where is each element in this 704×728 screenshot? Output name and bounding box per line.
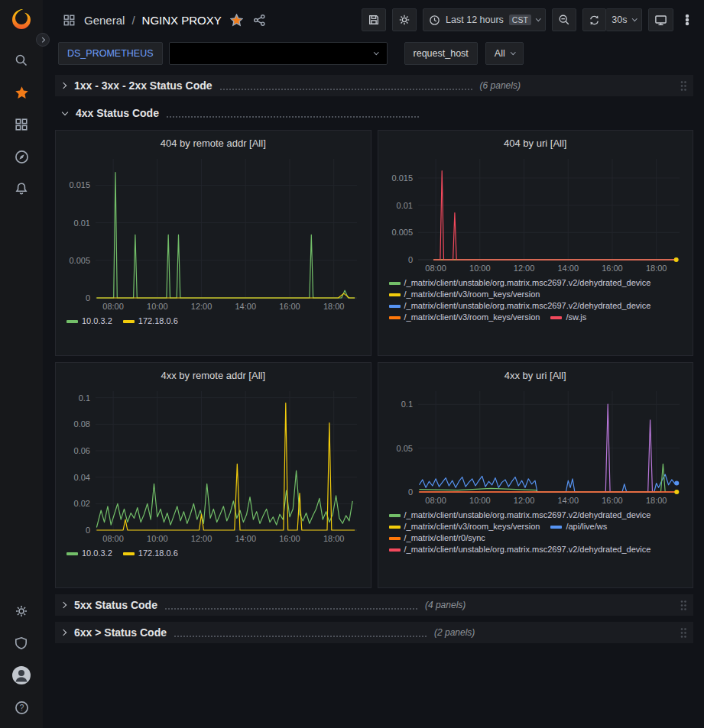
svg-text:0.015: 0.015 [69,180,90,189]
zoom-out-time-button[interactable] [552,8,576,31]
svg-text:12:00: 12:00 [191,302,212,311]
row-header-4xx[interactable]: 4xx Status Code [55,102,693,124]
row-header-5xx[interactable]: 5xx Status Code (4 panels) [55,594,693,616]
svg-text:14:00: 14:00 [557,264,579,273]
svg-text:12:00: 12:00 [191,534,212,543]
bell-icon[interactable] [5,173,38,205]
legend-item[interactable]: /_matrix/client/unstable/org.matrix.msc2… [389,278,651,287]
legend-swatch-icon [123,552,135,555]
legend-item[interactable]: /_matrix/client/v3/room_keys/version [389,290,540,299]
chevron-down-icon [536,16,540,21]
svg-text:0.005: 0.005 [69,256,90,265]
svg-text:08:00: 08:00 [425,264,446,273]
panel-title[interactable]: 404 by uri [All] [384,134,687,151]
legend-item[interactable]: 172.18.0.6 [123,316,178,325]
drag-handle-icon[interactable] [680,600,687,611]
chart-legend: /_matrix/client/unstable/org.matrix.msc2… [384,507,687,583]
share-icon[interactable] [251,14,268,27]
timezone-badge: CST [509,15,531,25]
favorite-star-icon[interactable] [229,14,245,27]
panel-title[interactable]: 404 by remote addr [All] [62,134,365,151]
refresh-button[interactable] [582,8,606,31]
legend-item[interactable]: /_matrix/client/unstable/org.matrix.msc2… [389,301,651,310]
gear-icon[interactable] [5,595,38,627]
shield-icon[interactable] [5,627,38,659]
chart-legend: 10.0.3.2172.18.0.6 [62,313,365,351]
compass-icon[interactable] [5,141,38,173]
legend-item[interactable]: /_matrix/client/unstable/org.matrix.msc2… [389,510,651,519]
chart-404-by-remote-addr[interactable]: 08:0010:0012:0014:0016:0018:0000.0050.01… [62,151,365,313]
chart-legend: /_matrix/client/unstable/org.matrix.msc2… [384,275,687,351]
svg-text:0: 0 [407,255,412,264]
dashboards-grid-icon[interactable] [5,108,38,141]
help-icon[interactable]: ? [5,691,38,723]
time-range-picker[interactable]: Last 12 hours CST [423,8,546,31]
chevron-right-icon [40,37,44,42]
legend-swatch-icon [67,320,78,323]
panel-title[interactable]: 4xx by uri [All] [384,366,687,383]
svg-text:14:00: 14:00 [235,302,256,311]
datasource-value-dropdown[interactable] [169,42,388,65]
search-icon[interactable] [5,44,38,76]
time-range-label: Last 12 hours [446,15,504,25]
legend-swatch-icon [389,537,401,540]
svg-text:16:00: 16:00 [279,302,300,311]
avatar[interactable] [5,659,38,691]
legend-item[interactable]: /_matrix/client/unstable/org.matrix.msc2… [389,545,651,554]
drag-handle-icon[interactable] [680,80,687,92]
save-dashboard-button[interactable] [362,8,386,31]
chart-4xx-by-remote-addr[interactable]: 08:0010:0012:0014:0016:0018:0000.020.040… [62,383,365,545]
chevron-down-icon [511,50,515,54]
legend-label: 172.18.0.6 [138,316,178,325]
legend-label: 10.0.3.2 [82,548,112,558]
clock-icon [429,15,440,26]
refresh-group: 30s [582,8,642,31]
chevron-down-icon [62,108,68,115]
legend-item[interactable]: /api/live/ws [550,522,607,531]
more-options-button[interactable] [680,8,695,31]
refresh-interval-select[interactable]: 30s [606,8,642,31]
panel-404-by-remote-addr: 404 by remote addr [All] 08:0010:0012:00… [55,130,371,356]
row-dotted-leader [167,109,419,118]
cycle-view-mode-button[interactable] [648,8,673,31]
svg-text:16:00: 16:00 [602,264,623,273]
legend-label: /_matrix/client/unstable/org.matrix.msc2… [404,278,651,287]
legend-item[interactable]: /_matrix/client/r0/sync [389,533,485,542]
row-dotted-leader [220,82,472,90]
topbar-actions: Last 12 hours CST 30s [362,8,695,31]
row-header-6xx[interactable]: 6xx > Status Code (2 panels) [55,622,693,643]
drag-handle-icon[interactable] [680,627,687,639]
svg-text:0.01: 0.01 [74,218,90,228]
svg-text:0: 0 [86,293,90,303]
chart-4xx-by-uri[interactable]: 08:0010:0012:0014:0016:0018:0000.050.1 [384,383,687,507]
request-host-value-dropdown[interactable]: All [485,42,524,65]
legend-label: /api/live/ws [566,522,607,531]
legend-item[interactable]: /_matrix/client/v3/room_keys/version [389,312,540,322]
legend-item[interactable]: /_matrix/client/v3/room_keys/version [389,522,540,531]
row-header-1xx-3xx-2xx[interactable]: 1xx - 3xx - 2xx Status Code (6 panels) [55,75,693,96]
row-title: 4xx Status Code [76,107,159,119]
legend-item[interactable]: 172.18.0.6 [123,548,178,558]
breadcrumb-separator: / [131,14,135,27]
panel-title[interactable]: 4xx by remote addr [All] [62,366,365,383]
legend-label: /_matrix/client/unstable/org.matrix.msc2… [404,510,651,519]
grafana-logo[interactable] [9,8,34,32]
dashboard-title[interactable]: NGINX PROXY [142,14,222,27]
chart-404-by-uri[interactable]: 08:0010:0012:0014:0016:0018:0000.0050.01… [384,151,687,275]
refresh-icon [589,15,600,26]
breadcrumb-folder[interactable]: General [84,14,125,27]
svg-text:0.01: 0.01 [396,201,412,210]
dashboard-settings-button[interactable] [392,8,417,31]
row-panel-count: (4 panels) [425,600,466,610]
sidebar-expand-button[interactable] [36,33,50,47]
legend-item[interactable]: 10.0.3.2 [67,548,112,558]
apps-icon [61,14,77,27]
star-icon[interactable] [5,76,38,108]
legend-item[interactable]: 10.0.3.2 [67,316,112,325]
legend-label: /_matrix/client/r0/sync [404,533,485,542]
request-host-value: All [495,48,505,59]
chevron-down-icon [374,50,378,54]
svg-text:08:00: 08:00 [102,302,124,311]
legend-swatch-icon [389,282,401,285]
legend-item[interactable]: /sw.js [550,312,586,322]
